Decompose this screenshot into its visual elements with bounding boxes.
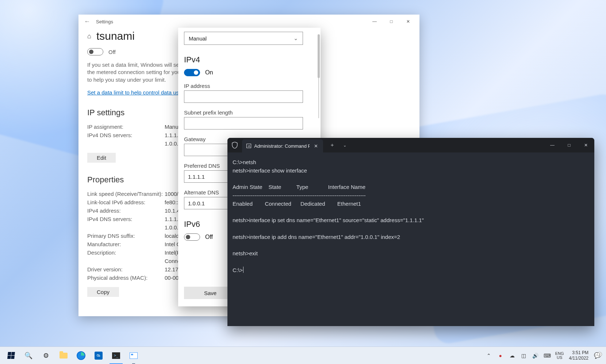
settings-app-icon	[130, 352, 138, 359]
folder-icon	[60, 353, 68, 359]
terminal-tabbar: c:\ Administrator: Command Prompt ✕ ＋ ⌄ …	[227, 138, 594, 152]
metered-toggle[interactable]	[87, 48, 103, 55]
cmd-icon: c:\	[246, 144, 251, 148]
ipv4-state: On	[205, 69, 213, 76]
taskbar: 🔍 ⚙ 🛍 >_ ⌃ ● ☁ ◫ 🔊 ⌨ ENG US 3:51 PM 4/11…	[0, 346, 606, 364]
edge-icon	[77, 351, 85, 360]
label	[87, 224, 165, 231]
label: IPv4 DNS servers:	[87, 216, 165, 222]
ip-address-input[interactable]	[184, 90, 303, 103]
label	[87, 140, 165, 147]
terminal-output[interactable]: C:\>netsh netsh>interface show interface…	[227, 152, 594, 326]
terminal-taskbar-button[interactable]: >_	[107, 347, 125, 364]
subnet-input[interactable]	[184, 117, 303, 129]
label: Primary DNS suffix:	[87, 233, 165, 239]
label: Description:	[87, 249, 165, 256]
language-indicator[interactable]: ENG US	[553, 352, 566, 360]
tray-meet-now-icon[interactable]: ◫	[518, 347, 530, 364]
value: fe80::	[165, 199, 179, 205]
ipv6-state: Off	[205, 234, 213, 240]
home-icon[interactable]: ⌂	[87, 32, 91, 40]
terminal-close-button[interactable]: ✕	[578, 138, 594, 152]
settings-title: Settings	[96, 19, 113, 24]
label: IPv4 address:	[87, 208, 165, 214]
close-button[interactable]: ✕	[400, 16, 417, 27]
label: IP assignment:	[87, 124, 165, 130]
ipv4-heading: IPv4	[184, 55, 315, 65]
tray-overflow-button[interactable]: ⌃	[483, 347, 495, 364]
label: Physical address (MAC):	[87, 275, 165, 281]
settings-titlebar: ← Settings ― □ ✕	[78, 15, 419, 28]
terminal-minimize-button[interactable]: ―	[544, 138, 561, 152]
label: IPv4 DNS servers:	[87, 132, 165, 138]
store-button[interactable]: 🛍	[90, 347, 107, 364]
assignment-dropdown[interactable]: Manual ⌄	[184, 32, 303, 45]
new-tab-button[interactable]: ＋	[326, 138, 338, 152]
ip-address-label: IP address	[184, 83, 315, 89]
settings-taskbar-button[interactable]: ⚙	[37, 347, 55, 364]
tray-onedrive-icon[interactable]: ☁	[506, 347, 518, 364]
notification-badge: 2	[597, 352, 602, 357]
value: 12.17.	[165, 266, 180, 272]
file-explorer-button[interactable]	[55, 347, 72, 364]
ipv6-toggle[interactable]	[184, 233, 200, 241]
gear-icon: ⚙	[43, 352, 49, 360]
copy-button[interactable]: Copy	[87, 287, 119, 297]
tray-security-icon[interactable]: ●	[495, 347, 506, 364]
tab-dropdown-button[interactable]: ⌄	[338, 138, 351, 152]
ipv4-toggle[interactable]	[184, 69, 200, 76]
edge-button[interactable]	[72, 347, 90, 364]
label: Link speed (Receive/Transmit):	[87, 191, 165, 197]
edit-button[interactable]: Edit	[87, 153, 116, 163]
terminal-window: c:\ Administrator: Command Prompt ✕ ＋ ⌄ …	[227, 138, 594, 326]
store-icon: 🛍	[95, 352, 103, 360]
value: 00-00	[165, 275, 179, 281]
lang-1: ENG	[555, 352, 564, 356]
data-limit-help: If you set a data limit, Windows will se…	[87, 61, 182, 84]
back-button[interactable]: ←	[81, 18, 93, 25]
label: Manufacturer:	[87, 241, 165, 247]
metered-state: Off	[108, 49, 116, 55]
maximize-button[interactable]: □	[383, 16, 400, 27]
chevron-down-icon: ⌄	[294, 35, 298, 42]
tab-close-button[interactable]: ✕	[312, 143, 319, 149]
terminal-icon: >_	[112, 352, 120, 359]
label	[87, 258, 165, 264]
time: 3:51 PM	[569, 350, 588, 356]
tab-title: Administrator: Command Prompt	[254, 143, 310, 149]
tray-volume-icon[interactable]: 🔊	[530, 347, 541, 364]
windows-icon	[7, 352, 15, 359]
label: Link-local IPv6 address:	[87, 199, 165, 205]
action-center-button[interactable]: 💬 2	[591, 352, 604, 359]
dialog-scrollbar[interactable]	[318, 34, 319, 118]
shield-icon	[227, 138, 242, 152]
system-tray: ⌃ ● ☁ ◫ 🔊 ⌨ ENG US 3:51 PM 4/11/2022 💬 2	[483, 347, 604, 364]
settings-app-taskbar-button[interactable]	[125, 347, 142, 364]
label: Driver version:	[87, 266, 165, 272]
page-title: tsunami	[96, 30, 135, 42]
start-button[interactable]	[2, 347, 20, 364]
terminal-maximize-button[interactable]: □	[561, 138, 578, 152]
date: 4/11/2022	[569, 356, 588, 361]
search-button[interactable]: 🔍	[20, 347, 37, 364]
terminal-tab[interactable]: c:\ Administrator: Command Prompt ✕	[242, 139, 323, 152]
minimize-button[interactable]: ―	[366, 16, 383, 27]
subnet-label: Subnet prefix length	[184, 109, 315, 116]
cursor-icon	[243, 267, 243, 273]
search-icon: 🔍	[24, 352, 32, 360]
clock[interactable]: 3:51 PM 4/11/2022	[566, 350, 591, 361]
dropdown-value: Manual	[189, 35, 207, 42]
lang-2: US	[555, 356, 564, 360]
tray-keyboard-icon[interactable]: ⌨	[541, 347, 553, 364]
